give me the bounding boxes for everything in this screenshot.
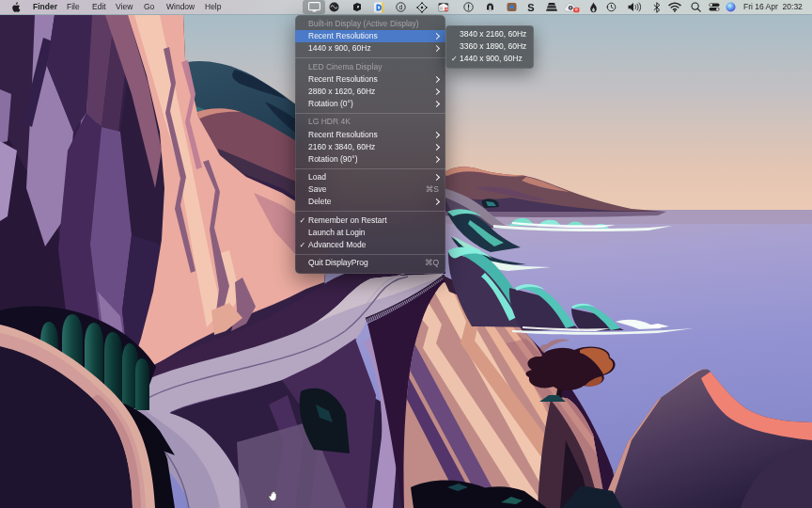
svg-text:d: d <box>398 4 402 10</box>
